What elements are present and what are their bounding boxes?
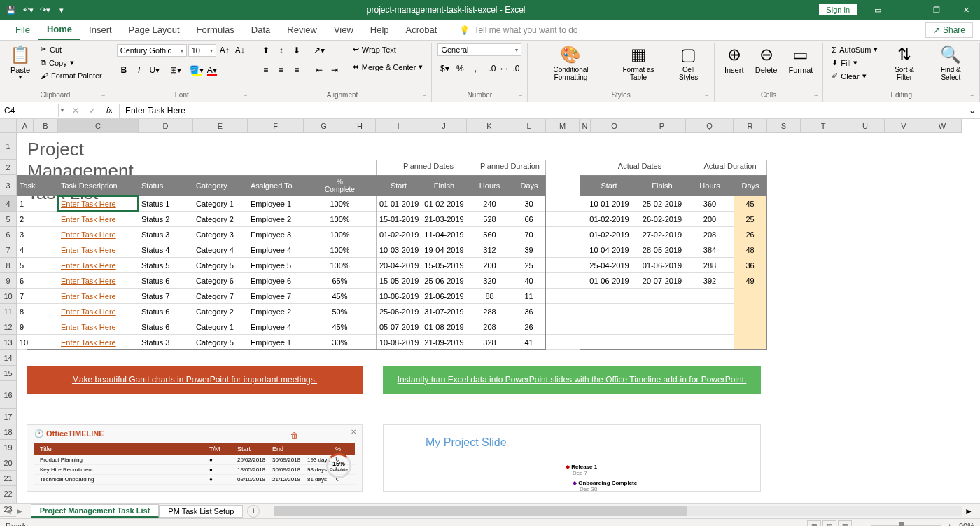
cell[interactable]: 15-05-2019 <box>376 273 421 289</box>
col-header-I[interactable]: I <box>376 119 421 133</box>
cell[interactable]: 25-02-2019 <box>638 196 686 212</box>
cell[interactable]: 25 <box>512 258 546 273</box>
hscroll-right-icon[interactable]: ► <box>962 506 976 516</box>
format-painter-button[interactable]: 🖌Format Painter <box>38 70 105 81</box>
col-header-R[interactable]: R <box>734 119 767 133</box>
fx-icon[interactable]: fx <box>102 104 116 118</box>
cell[interactable] <box>580 304 638 319</box>
cell[interactable]: Category 5 <box>193 258 248 273</box>
merge-center-button[interactable]: ⬌Merge & Center ▾ <box>350 61 426 73</box>
sort-filter-button[interactable]: ⇅Sort & Filter <box>883 43 925 83</box>
cell[interactable]: Status 6 <box>139 304 193 319</box>
increase-decimal-icon[interactable]: .0→ <box>489 62 503 76</box>
tell-me-search[interactable]: 💡 Tell me what you want to do <box>459 25 578 35</box>
row-header-6[interactable]: 6 <box>0 227 16 242</box>
cell[interactable] <box>546 212 580 227</box>
cell[interactable]: 10-08-2019 <box>376 335 421 350</box>
table-row[interactable]: 10Enter Task HereStatus 3Category 5Emplo… <box>17 335 767 350</box>
row-header-13[interactable]: 13 <box>0 335 16 350</box>
clear-button[interactable]: ✐Clear ▾ <box>829 70 881 82</box>
row-header-8[interactable]: 8 <box>0 258 16 273</box>
cell[interactable]: Status 2 <box>139 212 193 227</box>
cell[interactable] <box>638 319 686 335</box>
redo-icon[interactable]: ↷▾ <box>39 4 50 15</box>
share-button[interactable]: ↗ Share <box>925 22 973 38</box>
tab-acrobat[interactable]: Acrobat <box>398 20 446 39</box>
percent-format-icon[interactable]: % <box>453 62 467 76</box>
tab-review[interactable]: Review <box>279 20 326 39</box>
row-header-12[interactable]: 12 <box>0 319 16 335</box>
cell[interactable]: 320 <box>467 273 512 289</box>
cell[interactable]: Category 2 <box>193 212 248 227</box>
cell[interactable]: 208 <box>467 319 512 335</box>
cell[interactable]: 39 <box>512 242 546 258</box>
cell[interactable]: Status 6 <box>139 273 193 289</box>
cell[interactable]: Enter Task Here <box>58 289 139 304</box>
cell[interactable]: 45% <box>304 319 376 335</box>
cell[interactable] <box>546 319 580 335</box>
maximize-button[interactable]: ❐ <box>923 0 951 20</box>
col-header-F[interactable]: F <box>248 119 304 133</box>
cell[interactable]: 2 <box>17 212 58 227</box>
cell[interactable]: 25 <box>734 212 767 227</box>
cell[interactable]: 25-06-2019 <box>421 273 467 289</box>
cell[interactable]: 01-06-2019 <box>638 258 686 273</box>
cell[interactable]: Enter Task Here <box>58 196 139 212</box>
cell[interactable] <box>546 273 580 289</box>
table-row[interactable]: 9Enter Task HereStatus 6Category 1Employ… <box>17 319 767 335</box>
cell[interactable] <box>638 335 686 350</box>
increase-indent-icon[interactable]: ⇥ <box>328 63 342 77</box>
cell[interactable]: 384 <box>686 242 734 258</box>
banner-gantt[interactable]: Make beautiful Gantt charts in PowerPoin… <box>27 366 363 394</box>
cell[interactable]: 25-06-2019 <box>376 304 421 319</box>
cell[interactable] <box>686 304 734 319</box>
row-header-1[interactable]: 1 <box>0 133 16 160</box>
cell[interactable]: 45% <box>304 289 376 304</box>
cell[interactable]: 240 <box>467 196 512 212</box>
find-select-button[interactable]: 🔍Find & Select <box>928 43 974 83</box>
row-header-21[interactable]: 21 <box>0 471 16 486</box>
align-right-icon[interactable]: ≡ <box>290 63 304 77</box>
cell[interactable]: 48 <box>734 242 767 258</box>
tab-home[interactable]: Home <box>38 20 80 40</box>
formula-input[interactable]: Enter Task Here <box>120 104 965 117</box>
decrease-indent-icon[interactable]: ⇤ <box>312 63 326 77</box>
align-middle-icon[interactable]: ↕ <box>274 43 288 57</box>
close-button[interactable]: ✕ <box>952 0 980 20</box>
cell[interactable]: 200 <box>686 212 734 227</box>
row-header-7[interactable]: 7 <box>0 242 16 258</box>
table-row[interactable]: 5Enter Task HereStatus 5Category 5Employ… <box>17 258 767 273</box>
cell[interactable]: Employee 3 <box>248 227 304 242</box>
cell[interactable]: 360 <box>686 196 734 212</box>
cell[interactable]: Enter Task Here <box>58 319 139 335</box>
cell[interactable]: 10 <box>17 335 58 350</box>
signin-button[interactable]: Sign in <box>819 4 857 15</box>
cell[interactable]: 7 <box>17 289 58 304</box>
zoom-out-icon[interactable]: − <box>859 522 863 527</box>
cell[interactable] <box>580 289 638 304</box>
col-header-E[interactable]: E <box>193 119 248 133</box>
cell[interactable]: 10-04-2019 <box>580 242 638 258</box>
zoom-level[interactable]: 90% <box>959 522 974 527</box>
cell[interactable]: Employee 5 <box>248 258 304 273</box>
border-button[interactable]: ⊞▾ <box>169 63 183 77</box>
cell[interactable]: Category 4 <box>193 242 248 258</box>
cell[interactable] <box>734 304 767 319</box>
copy-button[interactable]: ⧉Copy ▾ <box>38 57 105 69</box>
font-size-dropdown[interactable]: 10 <box>188 44 216 57</box>
col-header-A[interactable]: A <box>17 119 34 133</box>
cell-styles-button[interactable]: ▢Cell Styles <box>668 43 708 83</box>
cell[interactable]: 01-02-2019 <box>421 196 467 212</box>
col-header-V[interactable]: V <box>885 119 923 133</box>
col-header-M[interactable]: M <box>546 119 580 133</box>
cell[interactable] <box>546 304 580 319</box>
cell[interactable]: Category 3 <box>193 227 248 242</box>
cell[interactable]: 100% <box>304 227 376 242</box>
enter-formula-icon[interactable]: ✓ <box>85 104 99 118</box>
cell[interactable]: 27-02-2019 <box>638 227 686 242</box>
cell[interactable]: 28-05-2019 <box>638 242 686 258</box>
tab-file[interactable]: File <box>7 20 38 39</box>
wrap-text-button[interactable]: ↩Wrap Text <box>350 43 426 55</box>
cell[interactable]: 100% <box>304 258 376 273</box>
cell[interactable]: Employee 7 <box>248 289 304 304</box>
